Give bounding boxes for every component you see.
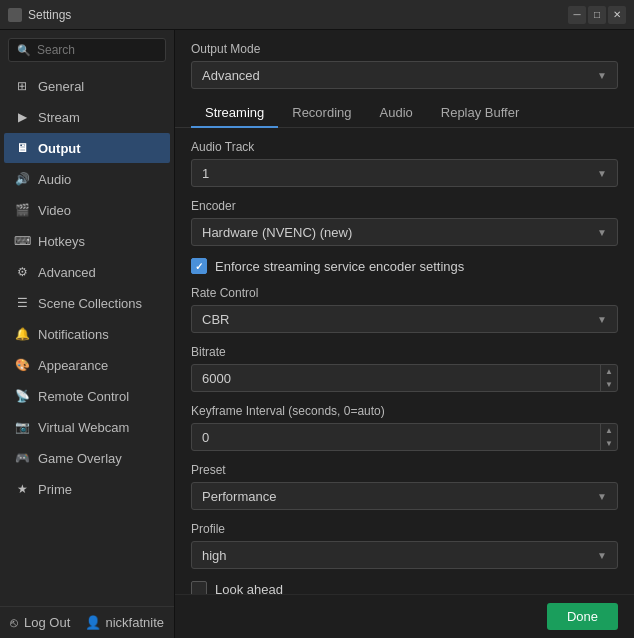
- encoder-value: Hardware (NVENC) (new): [202, 225, 352, 240]
- advanced-icon: ⚙: [14, 264, 30, 280]
- tabs-section: Streaming Recording Audio Replay Buffer: [175, 89, 634, 128]
- look-ahead-label: Look ahead: [215, 582, 283, 595]
- rate-control-group: Rate Control CBR ▼: [191, 286, 618, 333]
- sidebar-item-label: Hotkeys: [38, 234, 85, 249]
- rate-control-label: Rate Control: [191, 286, 618, 300]
- prime-icon: ★: [14, 481, 30, 497]
- search-icon: 🔍: [17, 44, 31, 57]
- sidebar-item-scene-collections[interactable]: ☰ Scene Collections: [4, 288, 170, 318]
- titlebar-controls[interactable]: ─ □ ✕: [568, 6, 626, 24]
- profile-value: high: [202, 548, 227, 563]
- keyframe-label: Keyframe Interval (seconds, 0=auto): [191, 404, 618, 418]
- output-mode-arrow: ▼: [597, 70, 607, 81]
- logout-label: Log Out: [24, 615, 70, 630]
- bitrate-up-arrow[interactable]: ▲: [601, 365, 617, 378]
- keyframe-input[interactable]: [192, 430, 600, 445]
- output-mode-select[interactable]: Advanced ▼: [191, 61, 618, 89]
- preset-arrow: ▼: [597, 491, 607, 502]
- bitrate-input[interactable]: [192, 371, 600, 386]
- preset-value: Performance: [202, 489, 276, 504]
- remote-control-icon: 📡: [14, 388, 30, 404]
- bitrate-spinbox[interactable]: ▲ ▼: [191, 364, 618, 392]
- tab-recording[interactable]: Recording: [278, 99, 365, 128]
- look-ahead-checkbox[interactable]: [191, 581, 207, 594]
- sidebar-item-label: Audio: [38, 172, 71, 187]
- done-button[interactable]: Done: [547, 603, 618, 630]
- sidebar: 🔍 ⊞ General ▶ Stream 🖥 Output 🔊 Audio: [0, 30, 175, 638]
- titlebar-left: Settings: [8, 8, 71, 22]
- sidebar-item-stream[interactable]: ▶ Stream: [4, 102, 170, 132]
- content-scroll: Audio Track 1 ▼ Encoder Hardware (NVENC)…: [175, 128, 634, 594]
- sidebar-item-label: Prime: [38, 482, 72, 497]
- sidebar-item-appearance[interactable]: 🎨 Appearance: [4, 350, 170, 380]
- sidebar-item-label: Stream: [38, 110, 80, 125]
- keyframe-group: Keyframe Interval (seconds, 0=auto) ▲ ▼: [191, 404, 618, 451]
- sidebar-item-prime[interactable]: ★ Prime: [4, 474, 170, 504]
- content-footer: Done: [175, 594, 634, 638]
- sidebar-item-video[interactable]: 🎬 Video: [4, 195, 170, 225]
- enforce-checkbox-row[interactable]: ✓ Enforce streaming service encoder sett…: [191, 258, 618, 274]
- output-mode-value: Advanced: [202, 68, 260, 83]
- sidebar-item-game-overlay[interactable]: 🎮 Game Overlay: [4, 443, 170, 473]
- sidebar-item-hotkeys[interactable]: ⌨ Hotkeys: [4, 226, 170, 256]
- tab-streaming[interactable]: Streaming: [191, 99, 278, 128]
- tab-audio[interactable]: Audio: [366, 99, 427, 128]
- sidebar-item-audio[interactable]: 🔊 Audio: [4, 164, 170, 194]
- audio-icon: 🔊: [14, 171, 30, 187]
- profile-arrow: ▼: [597, 550, 607, 561]
- titlebar: Settings ─ □ ✕: [0, 0, 634, 30]
- look-ahead-row[interactable]: Look ahead: [191, 581, 618, 594]
- encoder-select[interactable]: Hardware (NVENC) (new) ▼: [191, 218, 618, 246]
- output-icon: 🖥: [14, 140, 30, 156]
- virtual-webcam-icon: 📷: [14, 419, 30, 435]
- keyframe-up-arrow[interactable]: ▲: [601, 424, 617, 437]
- sidebar-nav: ⊞ General ▶ Stream 🖥 Output 🔊 Audio 🎬 Vi…: [0, 70, 174, 606]
- sidebar-item-label: Advanced: [38, 265, 96, 280]
- encoder-label: Encoder: [191, 199, 618, 213]
- minimize-button[interactable]: ─: [568, 6, 586, 24]
- sidebar-item-label: Video: [38, 203, 71, 218]
- username-area[interactable]: 👤 nickfatnite: [85, 615, 164, 630]
- scene-collections-icon: ☰: [14, 295, 30, 311]
- sidebar-item-label: Output: [38, 141, 81, 156]
- rate-control-select[interactable]: CBR ▼: [191, 305, 618, 333]
- audio-track-arrow: ▼: [597, 168, 607, 179]
- maximize-button[interactable]: □: [588, 6, 606, 24]
- logout-button[interactable]: ⎋ Log Out: [10, 615, 70, 630]
- enforce-checkbox[interactable]: ✓: [191, 258, 207, 274]
- bitrate-group: Bitrate ▲ ▼: [191, 345, 618, 392]
- bitrate-down-arrow[interactable]: ▼: [601, 378, 617, 391]
- output-mode-label: Output Mode: [191, 42, 618, 56]
- close-button[interactable]: ✕: [608, 6, 626, 24]
- sidebar-item-remote-control[interactable]: 📡 Remote Control: [4, 381, 170, 411]
- content-area: Output Mode Advanced ▼ Streaming Recordi…: [175, 30, 634, 638]
- tab-replay-buffer[interactable]: Replay Buffer: [427, 99, 534, 128]
- general-icon: ⊞: [14, 78, 30, 94]
- sidebar-item-general[interactable]: ⊞ General: [4, 71, 170, 101]
- keyframe-down-arrow[interactable]: ▼: [601, 437, 617, 450]
- keyframe-arrows: ▲ ▼: [600, 424, 617, 450]
- notifications-icon: 🔔: [14, 326, 30, 342]
- search-box[interactable]: 🔍: [8, 38, 166, 62]
- sidebar-item-notifications[interactable]: 🔔 Notifications: [4, 319, 170, 349]
- preset-select[interactable]: Performance ▼: [191, 482, 618, 510]
- keyframe-spinbox[interactable]: ▲ ▼: [191, 423, 618, 451]
- audio-track-label: Audio Track: [191, 140, 618, 154]
- sidebar-item-virtual-webcam[interactable]: 📷 Virtual Webcam: [4, 412, 170, 442]
- stream-icon: ▶: [14, 109, 30, 125]
- bitrate-arrows: ▲ ▼: [600, 365, 617, 391]
- profile-select[interactable]: high ▼: [191, 541, 618, 569]
- sidebar-item-label: General: [38, 79, 84, 94]
- rate-control-value: CBR: [202, 312, 229, 327]
- user-icon: 👤: [85, 615, 101, 630]
- audio-track-group: Audio Track 1 ▼: [191, 140, 618, 187]
- main-layout: 🔍 ⊞ General ▶ Stream 🖥 Output 🔊 Audio: [0, 30, 634, 638]
- audio-track-select[interactable]: 1 ▼: [191, 159, 618, 187]
- sidebar-item-label: Notifications: [38, 327, 109, 342]
- sidebar-item-advanced[interactable]: ⚙ Advanced: [4, 257, 170, 287]
- sidebar-item-output[interactable]: 🖥 Output: [4, 133, 170, 163]
- search-input[interactable]: [37, 43, 157, 57]
- sidebar-item-label: Scene Collections: [38, 296, 142, 311]
- sidebar-item-label: Game Overlay: [38, 451, 122, 466]
- checkbox-check-icon: ✓: [195, 261, 203, 272]
